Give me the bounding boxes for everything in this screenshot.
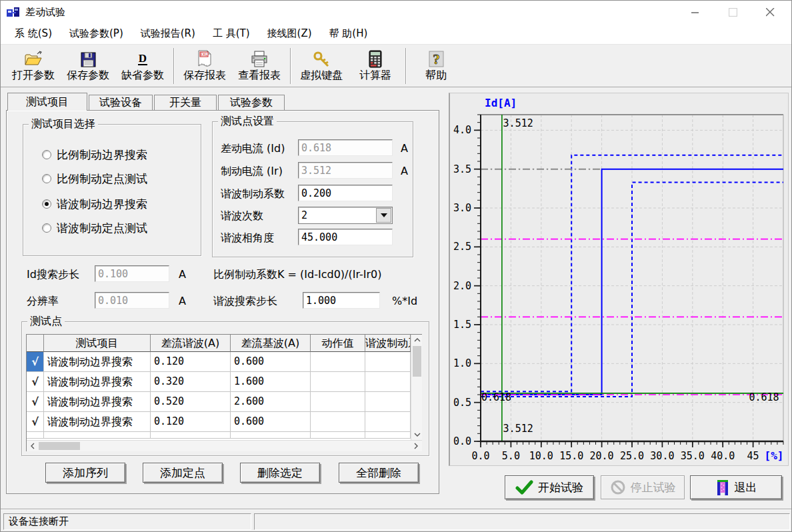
run-button-label: 停止试验: [631, 480, 676, 495]
tab-test-items[interactable]: 测试项目: [7, 93, 87, 111]
column-header: 谐波制动系数: [365, 335, 411, 352]
radio-ratio-brake-boundary-search[interactable]: 比例制动边界搜索: [42, 147, 147, 162]
default-d-icon: D: [135, 48, 150, 68]
y-tick-label: 1.5: [453, 319, 471, 331]
start-test-button[interactable]: 开始试验: [505, 475, 594, 499]
toolbar-button-save-floppy[interactable]: 保存参数: [61, 46, 115, 85]
toolbar-button-label: 帮助: [425, 69, 447, 83]
harmonic-step-unit: %*Id: [392, 295, 417, 307]
save-floppy-icon: [80, 48, 97, 68]
x-tick-label: 30.0: [650, 450, 674, 462]
ratio-coefficient-formula: 比例制动系数K = (Id-Icd0)/(Ir-Ir0): [213, 268, 381, 282]
radio-harmonic-brake-boundary-search[interactable]: 谐波制动边界搜索: [42, 197, 147, 211]
menu-wiring-diagram[interactable]: 接线图(Z): [259, 23, 321, 44]
table-row[interactable]: √谐波制动边界搜索0.1200.600: [27, 352, 411, 372]
table-row[interactable]: √谐波制动边界搜索0.3201.600: [27, 372, 411, 392]
add-fixed-point-button[interactable]: 添加定点: [143, 463, 223, 483]
harmonic-brake-coeff-input[interactable]: [298, 185, 393, 201]
table-cell: 1.600: [231, 372, 311, 392]
toolbar-button-printer[interactable]: 查看报表: [232, 46, 287, 85]
table-row[interactable]: √谐波制动边界搜索0.5202.600: [27, 392, 411, 412]
chart-y-axis-label: Id[A]: [485, 97, 517, 109]
window-title: 差动试验: [25, 6, 65, 19]
group-title-test-point-settings: 测试点设置: [218, 115, 277, 129]
exit-button[interactable]: 退出: [690, 475, 782, 499]
x-tick-label: 0.0: [471, 450, 489, 462]
table-cell: 0.120: [151, 352, 231, 372]
table-cell: [311, 392, 365, 412]
svg-text:EXL: EXL: [200, 52, 208, 57]
delete-selected-button[interactable]: 删除选定: [240, 463, 320, 483]
grid-vscroll-thumb[interactable]: [413, 346, 421, 377]
menu-test-params[interactable]: 试验参数(P): [61, 23, 132, 44]
group-test-point-settings: 测试点设置 差动电流 (Id)A制动电流 (Ir)A谐波制动系数谐波次数2谐波相…: [212, 121, 413, 257]
table-cell: 谐波制动边界搜索: [44, 392, 151, 412]
table-cell: 2.600: [231, 392, 311, 412]
toolbar: 打开参数保存参数D缺省参数EXL保存报表查看报表虚拟键盘计算器?帮助: [1, 45, 791, 87]
delete-all-button[interactable]: 全部删除: [339, 463, 419, 483]
close-button[interactable]: [751, 1, 789, 23]
scroll-right-icon[interactable]: [410, 441, 421, 451]
add-sequence-button[interactable]: 添加序列: [45, 463, 125, 483]
chart-annotation: 3.512: [503, 117, 533, 129]
scroll-down-icon[interactable]: [411, 429, 423, 440]
x-tick-label: 5.0: [502, 450, 520, 462]
radio-button: [42, 174, 51, 183]
x-tick-label: 20.0: [590, 450, 614, 462]
table-cell: [365, 372, 411, 392]
x-tick-label: 15.0: [559, 450, 583, 462]
tab-test-params[interactable]: 试验参数: [218, 95, 285, 110]
table-cell: [311, 352, 365, 372]
grid-hscroll-thumb[interactable]: [39, 442, 80, 450]
harmonic-order-combobox[interactable]: 2: [298, 207, 393, 224]
toolbar-button-excel-report[interactable]: EXL保存报表: [177, 46, 232, 85]
key-icon: [312, 48, 331, 68]
radio-ratio-brake-fixed-point-test[interactable]: 比例制动定点测试: [42, 171, 147, 186]
combobox-dropdown-button[interactable]: [376, 208, 391, 223]
table-cell: 谐波制动边界搜索: [44, 412, 151, 432]
table-row[interactable]: √谐波制动边界搜索0.1200.600: [27, 412, 411, 432]
menu-system[interactable]: 系 统(S): [6, 23, 61, 44]
brake-current-ir-input: [298, 162, 393, 179]
column-header: [27, 335, 44, 352]
y-tick-label: 2.5: [453, 241, 471, 253]
y-tick-label: 2.0: [453, 280, 471, 292]
toolbar-button-default-d[interactable]: D缺省参数: [115, 46, 170, 85]
harmonic-step-input[interactable]: [303, 292, 380, 309]
toolbar-button-key[interactable]: 虚拟键盘: [294, 46, 349, 85]
harmonic-phase-angle-input[interactable]: [298, 229, 393, 245]
toolbar-button-open-folder[interactable]: 打开参数: [6, 46, 61, 85]
tab-switch-signals[interactable]: 开关量: [154, 95, 217, 110]
printer-icon: [250, 48, 269, 68]
table-cell: [365, 392, 411, 412]
column-header: 差流基波(A): [231, 335, 311, 352]
table-cell: [365, 412, 411, 432]
harmonic-brake-coeff-label: 谐波制动系数: [221, 187, 285, 201]
tab-test-device[interactable]: 试验设备: [89, 95, 153, 110]
toolbar-group: EXL保存报表查看报表: [177, 45, 287, 87]
menu-test-report[interactable]: 试验报告(R): [132, 23, 204, 44]
brake-current-ir-unit: A: [401, 165, 408, 177]
scroll-left-icon[interactable]: [27, 441, 38, 451]
run-button-label: 退出: [735, 480, 757, 495]
radio-harmonic-brake-fixed-point-test[interactable]: 谐波制动定点测试: [42, 221, 147, 235]
menu-tools[interactable]: 工 具(T): [204, 23, 259, 44]
toolbar-button-calculator[interactable]: 计算器: [349, 46, 402, 85]
minimize-button[interactable]: [677, 1, 714, 23]
status-device-connection: 设备连接断开: [3, 513, 251, 530]
menu-help[interactable]: 帮 助(H): [321, 23, 377, 44]
chart-annotation: 0.618: [481, 391, 511, 403]
toolbar-button-question[interactable]: ?帮助: [409, 46, 463, 85]
table-cell: [311, 412, 365, 432]
y-tick-label: 0.5: [453, 397, 471, 409]
y-tick-label: 3.5: [453, 163, 471, 175]
toolbar-button-label: 缺省参数: [121, 69, 164, 83]
toolbar-button-label: 查看报表: [238, 69, 281, 83]
grid-horizontal-scrollbar[interactable]: [27, 440, 422, 451]
toolbar-button-label: 保存参数: [67, 69, 109, 83]
chevron-down-icon: [381, 213, 387, 217]
scroll-up-icon[interactable]: [411, 335, 423, 345]
toolbar-button-label: 保存报表: [183, 69, 226, 83]
table-cell: [365, 352, 411, 372]
grid-vertical-scrollbar[interactable]: [411, 335, 422, 440]
